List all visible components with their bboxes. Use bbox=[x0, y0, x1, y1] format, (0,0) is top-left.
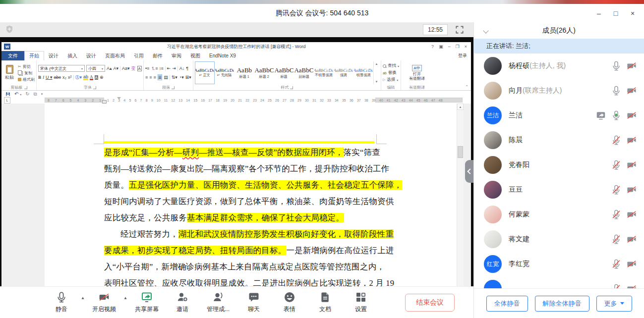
maximize-button[interactable]: □ bbox=[607, 6, 624, 20]
hanging-indent-marker[interactable] bbox=[102, 100, 107, 104]
panel-collapse-handle[interactable] bbox=[465, 160, 473, 183]
mic-icon[interactable] bbox=[611, 110, 622, 121]
member-row[interactable]: 何蒙蒙 bbox=[474, 202, 644, 227]
save-icon[interactable] bbox=[5, 92, 10, 97]
toolbar-共享屏幕[interactable]: 共享屏幕 bbox=[129, 291, 165, 314]
mic-icon[interactable] bbox=[611, 159, 622, 170]
replace-button[interactable]: ab替换 bbox=[383, 70, 399, 76]
subscript-button[interactable]: x₂ bbox=[62, 75, 66, 80]
word-tab-插入[interactable]: 插入 bbox=[63, 51, 82, 60]
paragraph-dialog-launcher[interactable] bbox=[172, 86, 175, 89]
select-button[interactable]: ▷选择▾ bbox=[383, 77, 399, 83]
paste-button[interactable]: 粘贴 bbox=[3, 61, 16, 84]
underline-button[interactable]: U ▾ bbox=[46, 75, 53, 80]
footer-button-解除全体静音[interactable]: 解除全体静音 bbox=[535, 296, 589, 312]
style-明显强调[interactable]: AaBbCcDd明显强调 bbox=[353, 61, 373, 84]
word-close-icon[interactable]: × bbox=[465, 44, 467, 49]
format-painter-button[interactable]: 格式刷 bbox=[18, 77, 35, 82]
toolbar-静音[interactable]: 静音 bbox=[44, 291, 79, 314]
toolbar-文档[interactable]: 文档 bbox=[307, 291, 343, 314]
word-tab-文件[interactable]: 文件 bbox=[1, 51, 24, 60]
clipboard-dialog-launcher[interactable] bbox=[24, 86, 27, 89]
style-标题[interactable]: AaBbC标题 bbox=[274, 61, 294, 84]
scrollbar-thumb[interactable] bbox=[458, 146, 463, 158]
word-tab-审阅[interactable]: 审阅 bbox=[167, 51, 186, 60]
qat-customize-icon[interactable]: ▾ bbox=[41, 92, 43, 96]
mic-icon[interactable] bbox=[611, 184, 622, 195]
toolbar-开启视频-expand-arrow[interactable]: ▲ bbox=[122, 296, 129, 300]
camera-icon[interactable] bbox=[626, 110, 637, 121]
style-副标题[interactable]: AaBbC副标题 bbox=[294, 61, 314, 84]
word-help-icon[interactable]: ? bbox=[431, 44, 434, 49]
camera-icon[interactable] bbox=[626, 135, 637, 146]
camera-icon[interactable] bbox=[626, 159, 637, 170]
italic-button[interactable]: I bbox=[43, 75, 44, 80]
find-button[interactable]: 查找▾ bbox=[383, 63, 399, 69]
word-signin[interactable]: 登录 bbox=[458, 53, 467, 59]
font-dialog-launcher[interactable] bbox=[93, 86, 96, 89]
toolbar-邀请[interactable]: 邀请 bbox=[165, 291, 200, 314]
style-强调[interactable]: AaBbCcDd强调 bbox=[334, 61, 353, 84]
camera-icon[interactable] bbox=[626, 259, 637, 269]
toolbar-管理成...[interactable]: 管理成... bbox=[200, 291, 236, 314]
minimize-button[interactable]: – bbox=[590, 6, 607, 20]
member-row[interactable]: 红宽李红宽 bbox=[474, 252, 644, 276]
mic-icon[interactable] bbox=[611, 209, 622, 220]
undo-icon[interactable]: ↶ ▾ bbox=[14, 91, 21, 97]
horizontal-ruler[interactable]: L 87654321 12345678910111213141516171819… bbox=[1, 97, 471, 104]
document-scrollbar[interactable]: ▲ bbox=[457, 104, 464, 286]
mic-icon[interactable] bbox=[611, 135, 622, 146]
style-标题 2[interactable]: AaBbC标题 2 bbox=[254, 61, 274, 84]
grow-font-icon[interactable]: A▴ bbox=[107, 66, 112, 71]
camera-icon[interactable] bbox=[626, 209, 637, 220]
toolbar-聊天[interactable]: 聊天 bbox=[236, 291, 272, 314]
text-highlight-button[interactable]: ab bbox=[83, 75, 88, 80]
camera-icon[interactable] bbox=[626, 283, 637, 288]
font-color-button[interactable]: A bbox=[90, 75, 93, 80]
footer-button-更多[interactable]: 更多 bbox=[596, 296, 632, 312]
member-row[interactable]: 党春阳 bbox=[474, 153, 644, 177]
close-button[interactable]: × bbox=[624, 6, 641, 20]
member-row[interactable]: 向月(联席主持人) bbox=[474, 78, 644, 103]
mic-icon[interactable] bbox=[611, 60, 622, 71]
camera-icon[interactable] bbox=[626, 60, 637, 71]
style-正文[interactable]: AaBbCcDd↵ 正文 bbox=[195, 61, 215, 84]
toolbar-开启视频[interactable]: 开启视频 bbox=[86, 291, 122, 314]
borders-icon[interactable]: ⊞▾ bbox=[185, 75, 191, 80]
first-line-indent-marker[interactable] bbox=[117, 97, 121, 100]
style-无间隔[interactable]: AaBbCcDd↵ 无间隔 bbox=[215, 61, 234, 84]
font-size-select[interactable]: 小四▾ bbox=[86, 65, 105, 72]
member-row[interactable]: 陈晨 bbox=[474, 128, 644, 153]
word-tab-设计[interactable]: 设计 bbox=[44, 51, 63, 60]
scroll-up-arrow[interactable]: ▲ bbox=[457, 104, 464, 110]
word-tab-EndNote X9[interactable]: EndNote X9 bbox=[205, 51, 240, 60]
youdao-translate-button[interactable]: A中 打开有道翻译 bbox=[403, 61, 431, 84]
camera-icon[interactable] bbox=[626, 234, 637, 245]
superscript-button[interactable]: x² bbox=[68, 75, 72, 80]
toolbar-表情[interactable]: 表情 bbox=[272, 291, 307, 314]
word-minimize-icon[interactable]: – bbox=[448, 44, 451, 49]
phonetic-guide-icon[interactable]: 变 bbox=[131, 65, 136, 72]
toolbar-设置[interactable]: 设置 bbox=[343, 291, 379, 314]
paragraph-tools-row2[interactable]: ≡≡≡ ≣ ▤ ⇅▾ ◔▾ ⊞▾ bbox=[145, 74, 191, 81]
style-不明显强调[interactable]: AaBbCcDd不明显强调 bbox=[314, 61, 334, 84]
camera-icon[interactable] bbox=[626, 184, 637, 195]
fullscreen-icon[interactable] bbox=[455, 25, 465, 35]
tab-selector[interactable]: L bbox=[4, 97, 10, 104]
mic-icon[interactable] bbox=[611, 85, 622, 96]
font-name-select[interactable]: 宋体 (中文正文▾ bbox=[38, 65, 85, 72]
paragraph-tools-row1[interactable]: •≡⒈≡⁝≡ ⇤⇥ A↓¶ bbox=[145, 65, 191, 72]
document-canvas[interactable]: 是形成“汇集—分析—研判—推送—核查—反馈”的数据应用闭环，落实“筛查甄别—转送… bbox=[1, 104, 471, 286]
member-row[interactable]: 蒋文建 bbox=[474, 227, 644, 252]
word-tab-邮件[interactable]: 邮件 bbox=[148, 51, 167, 60]
word-tab-开始[interactable]: 开始 bbox=[24, 51, 44, 60]
mic-icon[interactable] bbox=[611, 234, 622, 245]
redo-icon[interactable]: ↻ bbox=[25, 91, 29, 97]
styles-gallery-scrollbar[interactable]: ▲▼ bbox=[373, 61, 379, 84]
cut-button[interactable]: ✂剪切 bbox=[18, 64, 35, 69]
word-tab-页面布局[interactable]: 页面布局 bbox=[101, 51, 129, 60]
word-tab-引用[interactable]: 引用 bbox=[129, 51, 148, 60]
change-case-icon[interactable]: Aa▾ bbox=[122, 66, 130, 71]
shading-icon[interactable]: ◔▾ bbox=[179, 75, 184, 80]
footer-button-全体静音[interactable]: 全体静音 bbox=[486, 296, 528, 312]
